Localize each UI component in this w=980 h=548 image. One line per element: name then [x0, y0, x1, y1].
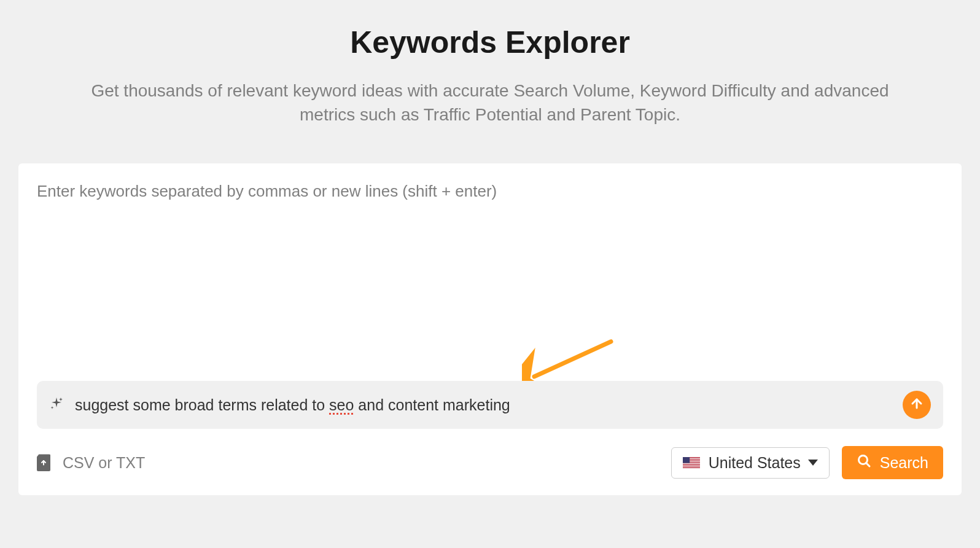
svg-rect-7	[683, 467, 700, 468]
page-header: Keywords Explorer Get thousands of relev…	[18, 25, 962, 127]
search-icon	[857, 453, 880, 472]
upload-label: CSV or TXT	[63, 454, 145, 472]
chevron-down-icon	[808, 460, 818, 466]
country-selector[interactable]: United States	[671, 447, 830, 479]
ai-suggest-row[interactable]: suggest some broad terms related to seo …	[37, 381, 943, 429]
page-title: Keywords Explorer	[18, 25, 962, 60]
search-button[interactable]: Search	[842, 446, 943, 479]
svg-rect-6	[683, 465, 700, 466]
bottom-toolbar: CSV or TXT United States	[37, 446, 943, 479]
search-button-label: Search	[880, 454, 928, 472]
keywords-card: suggest some broad terms related to seo …	[18, 163, 962, 495]
svg-rect-8	[683, 457, 690, 463]
svg-rect-5	[683, 463, 700, 464]
keywords-textarea[interactable]	[37, 182, 943, 372]
svg-line-10	[866, 463, 869, 467]
ai-text-before: suggest some broad terms related to	[75, 396, 329, 413]
sparkle-icon	[49, 396, 75, 413]
arrow-up-icon	[909, 396, 924, 413]
country-label: United States	[709, 454, 801, 472]
us-flag-icon	[683, 457, 700, 468]
file-upload-icon	[37, 454, 50, 471]
ai-text-after: and content marketing	[354, 396, 510, 413]
ai-submit-button[interactable]	[903, 391, 931, 419]
page-subtitle: Get thousands of relevant keyword ideas …	[79, 79, 901, 127]
ai-text-spellcheck: seo	[329, 396, 354, 413]
ai-suggest-text: suggest some broad terms related to seo …	[75, 396, 893, 414]
upload-button[interactable]: CSV or TXT	[37, 454, 145, 472]
